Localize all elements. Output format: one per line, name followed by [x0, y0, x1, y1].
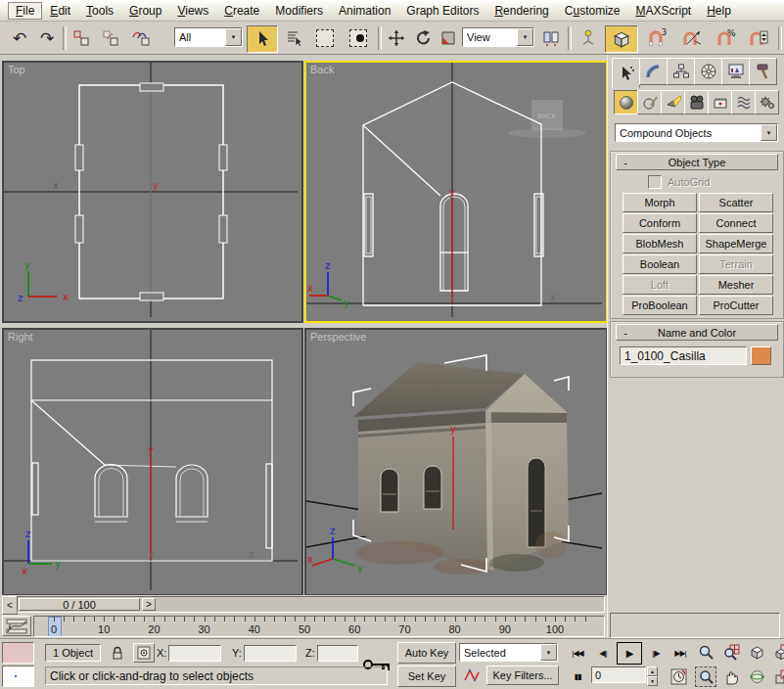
track-ruler[interactable]: 0102030405060708090100 — [33, 616, 605, 637]
menu-item-customize[interactable]: Customize — [557, 2, 628, 20]
dropdown-arrow-icon[interactable]: ▼ — [540, 644, 557, 661]
previous-frame-arrow-button[interactable]: < — [2, 596, 18, 615]
zoom-all-button[interactable] — [720, 642, 742, 663]
bind-to-space-warp-button[interactable] — [127, 25, 155, 51]
systems-category-button[interactable] — [755, 90, 779, 115]
viewport-right-label[interactable]: Right — [8, 331, 33, 343]
geometry-category-button[interactable] — [614, 90, 638, 115]
unlink-selection-button[interactable] — [98, 25, 123, 51]
proboolean-button[interactable]: ProBoolean — [623, 296, 697, 315]
blobmesh-button[interactable]: BlobMesh — [623, 234, 697, 253]
zoom-extents-button[interactable] — [746, 642, 767, 663]
pan-view-button[interactable] — [720, 666, 742, 687]
space-warps-category-button[interactable] — [731, 90, 756, 115]
autogrid-checkbox[interactable] — [648, 175, 662, 189]
menu-item-views[interactable]: Views — [169, 2, 216, 20]
shapes-category-button[interactable] — [637, 90, 662, 115]
z-coordinate-field[interactable] — [317, 645, 358, 662]
default-tangent-button[interactable] — [459, 666, 484, 685]
play-animation-button[interactable]: ▶ — [618, 643, 641, 664]
boolean-button[interactable]: Boolean — [623, 254, 697, 274]
menu-item-edit[interactable]: Edit — [42, 2, 78, 20]
redo-button[interactable]: ↷ — [35, 25, 59, 51]
menu-item-graph-editors[interactable]: Graph Editors — [398, 2, 486, 20]
maxscript-mini-listener-pink[interactable] — [2, 642, 34, 664]
lights-category-button[interactable] — [661, 90, 685, 115]
angle-snap-toggle-button[interactable]: 3 — [642, 25, 671, 51]
angle-snap-2-button[interactable] — [677, 25, 707, 51]
dropdown-arrow-icon[interactable]: ▼ — [517, 28, 533, 46]
auto-key-button[interactable]: Auto Key — [397, 642, 456, 664]
select-and-scale-button[interactable] — [437, 25, 460, 51]
zoom-region-button[interactable] — [695, 666, 716, 687]
viewport-top-label[interactable]: Top — [8, 64, 25, 75]
object-type-rollout-header[interactable]: - Object Type — [616, 154, 778, 170]
menu-item-create[interactable]: Create — [216, 2, 267, 20]
viewport-right[interactable]: Right y — [2, 328, 303, 596]
object-color-swatch[interactable] — [751, 346, 771, 365]
current-frame-field[interactable]: 0 — [591, 666, 646, 683]
rectangular-selection-region-button[interactable] — [311, 25, 339, 51]
viewport-perspective-label[interactable]: Perspective — [310, 331, 366, 343]
go-to-start-button[interactable]: |◀◀ — [566, 643, 589, 663]
time-slider-handle[interactable]: 0 / 100 — [19, 598, 140, 611]
selection-filter-dropdown[interactable]: All ▼ — [174, 27, 243, 47]
dropdown-arrow-icon[interactable]: ▼ — [225, 28, 242, 46]
tab-modify[interactable] — [639, 58, 668, 85]
key-filters-button[interactable]: Key Filters... — [486, 666, 559, 685]
tab-motion[interactable] — [694, 58, 722, 85]
frame-spinner[interactable]: ▲ ▼ — [647, 666, 658, 685]
dropdown-arrow-icon[interactable]: ▼ — [761, 124, 777, 141]
shapemerge-button[interactable]: ShapeMerge — [699, 234, 773, 253]
menu-item-group[interactable]: Group — [121, 2, 169, 20]
set-key-button[interactable]: Set Key — [397, 666, 456, 687]
tab-hierarchy[interactable] — [667, 58, 695, 85]
scatter-button[interactable]: Scatter — [699, 193, 773, 212]
zoom-button[interactable] — [695, 642, 716, 663]
viewport-back[interactable]: Back BACK y z x — [304, 61, 608, 323]
window-crossing-toggle-button[interactable] — [345, 25, 372, 51]
cameras-category-button[interactable] — [684, 90, 709, 115]
connect-button[interactable]: Connect — [699, 213, 773, 233]
x-coordinate-field[interactable] — [168, 645, 221, 662]
viewport-back-label[interactable]: Back — [310, 64, 334, 75]
select-and-link-button[interactable] — [69, 25, 94, 51]
viewport-top[interactable]: Top x y y x z — [2, 61, 303, 323]
key-mode-dropdown[interactable]: Selected ▼ — [459, 643, 558, 662]
select-and-move-button[interactable] — [384, 25, 409, 51]
select-and-manipulate-button[interactable] — [576, 25, 601, 51]
spinner-snap-toggle-button[interactable] — [744, 25, 773, 51]
name-color-rollout-header[interactable]: - Name and Color — [616, 324, 778, 341]
select-and-rotate-button[interactable] — [411, 25, 437, 51]
menu-item-file[interactable]: File — [8, 2, 42, 20]
key-mode-toggle-button[interactable]: ▮▮ — [566, 666, 589, 686]
select-by-name-button[interactable] — [282, 25, 307, 51]
time-configuration-button[interactable] — [668, 666, 689, 686]
viewport-perspective[interactable]: Perspective — [304, 328, 608, 596]
mirror-button[interactable] — [538, 25, 564, 51]
menu-item-rendering[interactable]: Rendering — [486, 2, 556, 20]
procutter-button[interactable]: ProCutter — [699, 296, 773, 315]
maxscript-mini-listener-white[interactable] — [2, 666, 34, 687]
previous-frame-button[interactable]: ◀|| — [591, 643, 615, 663]
spinner-up-icon[interactable]: ▲ — [647, 666, 658, 676]
maximize-viewport-toggle[interactable] — [771, 666, 784, 687]
zoom-extents-all-button[interactable] — [771, 642, 784, 663]
morph-button[interactable]: Morph — [623, 193, 697, 212]
y-coordinate-field[interactable] — [244, 645, 297, 662]
tab-utilities[interactable] — [749, 58, 777, 85]
menu-item-help[interactable]: Help — [699, 2, 739, 20]
reference-coordinate-dropdown[interactable]: View ▼ — [462, 27, 534, 47]
helpers-category-button[interactable] — [708, 90, 732, 115]
tab-display[interactable] — [721, 58, 750, 85]
object-name-input[interactable]: 1_0100_Casilla — [620, 346, 747, 365]
spinner-down-icon[interactable]: ▼ — [647, 676, 658, 686]
conform-button[interactable]: Conform — [623, 213, 697, 233]
arc-rotate-button[interactable] — [746, 666, 767, 687]
next-frame-arrow-button[interactable]: > — [142, 598, 156, 611]
tab-create[interactable] — [612, 58, 640, 88]
go-to-end-button[interactable]: ▶▶| — [669, 643, 691, 663]
selection-lock-toggle[interactable] — [106, 643, 129, 663]
menu-item-maxscript[interactable]: MAXScript — [628, 2, 700, 20]
mesher-button[interactable]: Mesher — [699, 275, 773, 295]
